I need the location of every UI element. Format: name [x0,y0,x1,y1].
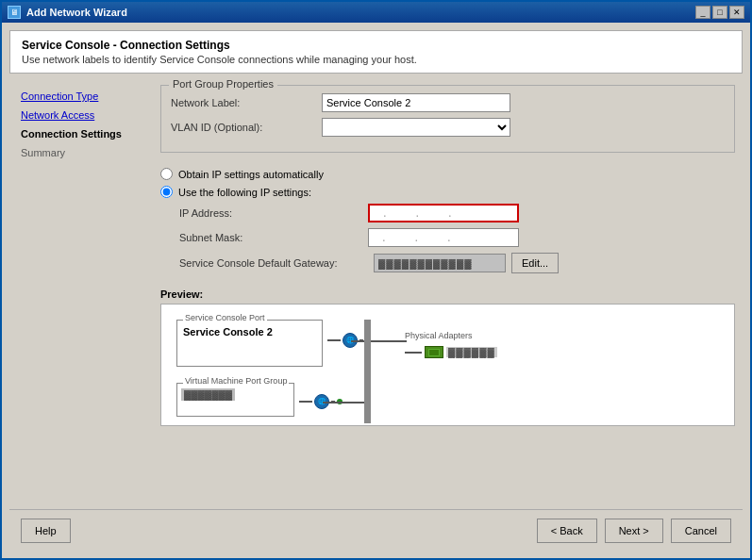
edit-button[interactable]: Edit... [511,253,559,273]
wizard-window: 🖥 Add Network Wizard _ □ ✕ Service Conso… [0,0,752,560]
network-label-input[interactable] [322,93,510,112]
ip-settings-section: Obtain IP settings automatically Use the… [160,164,735,281]
window-content: Service Console - Connection Settings Us… [2,23,750,558]
title-buttons: _ □ ✕ [695,6,744,19]
h-line-nic [371,340,407,342]
h-line-sc [351,340,364,342]
port-group-label: Port Group Properties [169,78,277,90]
diagram-container: Service Console Port Service Console 2 🌐 [169,312,727,426]
sc-port-name: Service Console 2 [177,321,322,339]
subnet-mask-row: Subnet Mask: [179,228,735,247]
sidebar-item-network-access[interactable]: Network Access [17,107,153,123]
title-bar: 🖥 Add Network Wizard _ □ ✕ [2,2,750,23]
title-bar-left: 🖥 Add Network Wizard [8,6,127,19]
port-group-box: Port Group Properties Network Label: VLA… [160,85,735,153]
vswitch-bar [364,320,371,423]
main-area: Connection Type Network Access Connectio… [9,81,743,502]
vlan-row: VLAN ID (Optional): [171,118,725,137]
content-area: Port Group Properties Network Label: VLA… [160,81,743,502]
nic-left-line [405,352,422,354]
ip-address-label: IP Address: [179,207,368,219]
subnet-mask-input[interactable] [368,228,519,247]
sc-port-legend: Service Console Port [183,313,267,322]
bottom-bar: Help < Back Next > Cancel [9,509,743,551]
nic-chip-inner [428,349,440,356]
next-button[interactable]: Next > [605,519,663,543]
preview-box: Service Console Port Service Console 2 🌐 [160,304,735,426]
nic-name: ▓▓▓▓▓▓ [446,347,497,357]
header-section: Service Console - Connection Settings Us… [9,30,743,74]
auto-ip-row: Obtain IP settings automatically [160,168,735,180]
gateway-row: Service Console Default Gateway: ▓▓▓▓▓▓▓… [179,253,735,273]
vm-line1 [299,401,312,403]
window-title: Add Network Wizard [26,7,127,18]
h-line-vm [323,402,364,404]
ip-address-input[interactable] [368,204,519,222]
sc-port-group-box: Service Console Port Service Console 2 [176,320,323,367]
gateway-value: ▓▓▓▓▓▓▓▓▓▓▓▓ [374,254,506,272]
vm-port-legend: Virtual Machine Port Group [183,376,289,386]
sidebar: Connection Type Network Access Connectio… [9,81,160,502]
sc-line1 [327,339,341,341]
vm-port-name: ▓▓▓▓▓▓▓ [181,388,235,401]
network-label-label: Network Label: [171,97,322,108]
close-button[interactable]: ✕ [729,6,744,19]
sidebar-item-summary: Summary [17,145,153,160]
nic-row: ▓▓▓▓▓▓ [405,346,497,358]
ip-form-area: IP Address: Subnet Mask: Service Console… [179,204,735,273]
header-title: Service Console - Connection Settings [22,39,730,52]
gateway-label: Service Console Default Gateway: [179,257,368,269]
ip-address-row: IP Address: [179,204,735,222]
nic-chip [425,346,443,358]
back-button[interactable]: < Back [537,519,597,543]
preview-section: Preview: Service Console Port Service Co… [160,288,735,498]
sidebar-item-connection-settings: Connection Settings [17,126,153,141]
manual-ip-row: Use the following IP settings: [160,186,735,198]
sidebar-item-connection-type[interactable]: Connection Type [17,89,153,104]
vm-port-group-box: Virtual Machine Port Group ▓▓▓▓▓▓▓ [176,383,294,417]
nic-section: Physical Adapters ▓▓▓▓▓▓ [405,331,497,358]
window-icon: 🖥 [8,6,21,19]
header-subtitle: Use network labels to identify Service C… [22,54,730,65]
nic-label: Physical Adapters [405,331,497,340]
manual-ip-label: Use the following IP settings: [178,187,311,198]
auto-ip-radio[interactable] [160,168,173,180]
help-button[interactable]: Help [21,519,71,543]
vlan-select[interactable] [322,118,510,137]
minimize-button[interactable]: _ [695,6,710,19]
auto-ip-label: Obtain IP settings automatically [178,169,324,180]
maximize-button[interactable]: □ [712,6,727,19]
subnet-mask-label: Subnet Mask: [179,232,368,243]
cancel-button[interactable]: Cancel [671,519,731,543]
manual-ip-radio[interactable] [160,186,173,198]
network-label-row: Network Label: [171,93,725,112]
vlan-label: VLAN ID (Optional): [171,122,322,133]
preview-label: Preview: [160,288,735,300]
